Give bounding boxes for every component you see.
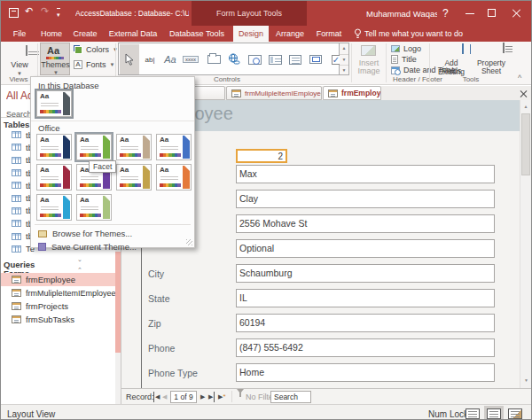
theme-thumbnail-facet-hovered[interactable]: Aa bbox=[76, 134, 112, 160]
web-browser-control[interactable] bbox=[245, 44, 264, 74]
fonts-button[interactable]: A Fonts ▼ bbox=[74, 60, 114, 69]
navigation-control[interactable] bbox=[265, 44, 285, 74]
doc-tab-frmMulipleItemIEmployee[interactable]: frmMulipleItemIEmployee bbox=[226, 86, 322, 100]
themes-button[interactable]: Aa Themes ▼ bbox=[40, 43, 70, 75]
address2-field[interactable]: Optional bbox=[236, 239, 495, 258]
tab-design[interactable]: Design bbox=[233, 26, 269, 42]
undo-icon[interactable]: ↶ bbox=[25, 6, 33, 16]
last-name-field[interactable]: Clay bbox=[236, 190, 495, 208]
tab-home[interactable]: Home bbox=[36, 26, 66, 42]
scrollbar-thumb[interactable] bbox=[521, 113, 530, 175]
logo-label: Logo bbox=[403, 44, 421, 53]
tab-create[interactable]: Create bbox=[68, 26, 102, 42]
textbox-control[interactable]: ab| bbox=[140, 44, 160, 74]
view-label: View bbox=[4, 60, 35, 69]
state-field[interactable]: IL bbox=[236, 289, 495, 307]
logo-button[interactable]: Logo bbox=[391, 44, 421, 53]
tab-control[interactable] bbox=[204, 44, 223, 74]
gallery-scroll-up-icon[interactable]: ▲ bbox=[340, 43, 348, 54]
nav-group-queries[interactable]: Queries ⌄ bbox=[1, 255, 115, 264]
label-control[interactable]: Aa bbox=[160, 44, 180, 74]
id-field-selected[interactable]: 2 bbox=[236, 149, 287, 163]
chevron-down-icon: ▼ bbox=[53, 70, 59, 75]
colors-button[interactable]: Colors ▼ bbox=[74, 45, 118, 54]
layout-view-button[interactable] bbox=[484, 406, 504, 420]
browse-for-themes-item[interactable]: Browse for Themes... bbox=[31, 227, 194, 240]
section-in-this-database: In this Database bbox=[38, 81, 99, 90]
phone-field[interactable]: (847) 555-6492 bbox=[236, 338, 495, 357]
theme-thumbnail[interactable]: Aa bbox=[76, 194, 112, 221]
theme-thumbnail[interactable]: Aa bbox=[116, 134, 152, 160]
form-item[interactable]: frmSubTasks bbox=[1, 313, 115, 326]
theme-thumbnail[interactable]: Aa bbox=[36, 194, 72, 221]
form-item[interactable]: frmMulipleItemIEmployee bbox=[1, 286, 115, 299]
address-field[interactable]: 2556 Mohave St bbox=[236, 214, 495, 233]
qat-customize-icon[interactable]: ▾ bbox=[57, 8, 60, 19]
scroll-up-icon[interactable]: ▲ bbox=[520, 100, 531, 109]
theme-thumbnail[interactable]: Aa bbox=[156, 164, 192, 191]
save-current-theme-item[interactable]: Save Current Theme... bbox=[31, 240, 194, 253]
first-name-field[interactable]: Max bbox=[236, 165, 495, 183]
next-record-button[interactable]: ▶ bbox=[200, 392, 205, 402]
city-field[interactable]: Schaumburg bbox=[236, 264, 495, 283]
form-view-button[interactable] bbox=[463, 406, 482, 420]
layout-view-icon bbox=[487, 408, 501, 419]
account-name[interactable]: Muhammad Waqas bbox=[366, 9, 437, 19]
document-scrollbar[interactable]: ▲ ▼ bbox=[520, 100, 531, 388]
theme-thumbnail[interactable]: Aa bbox=[116, 164, 152, 191]
minimize-button[interactable] bbox=[466, 13, 474, 14]
chevron-down-icon[interactable]: ⌄ bbox=[77, 256, 82, 263]
hyperlink-control[interactable] bbox=[224, 44, 244, 74]
status-view-label: Layout View bbox=[7, 409, 55, 419]
collapse-ribbon-icon[interactable]: ^ bbox=[518, 74, 521, 82]
close-document-icon[interactable] bbox=[520, 89, 528, 97]
zip-field[interactable]: 60194 bbox=[236, 314, 495, 332]
redo-icon: ↷ bbox=[41, 6, 49, 16]
tell-me-box[interactable]: Tell me what you want to do bbox=[364, 26, 480, 42]
new-record-button[interactable]: ▶* bbox=[218, 392, 226, 402]
record-search-box[interactable]: Search bbox=[270, 391, 311, 403]
resize-grip-icon[interactable] bbox=[186, 239, 192, 245]
maximize-button[interactable] bbox=[488, 9, 496, 17]
tab-database-tools[interactable]: Database Tools bbox=[164, 26, 230, 42]
nav-group-forms[interactable]: Forms ⌃ bbox=[1, 264, 115, 273]
save-theme-icon bbox=[38, 243, 46, 251]
select-control[interactable] bbox=[120, 44, 139, 74]
form-icon bbox=[328, 89, 338, 97]
controls-gallery: ab| Aa xxxx ✓ bbox=[118, 43, 340, 75]
tab-external-data[interactable]: External Data bbox=[104, 26, 162, 42]
design-view-icon bbox=[508, 408, 522, 419]
theme-thumbnail[interactable]: Aa bbox=[36, 164, 72, 191]
scroll-down-icon[interactable]: ▼ bbox=[520, 377, 532, 383]
form-icon bbox=[231, 89, 241, 97]
record-position-box[interactable]: 1 of 9 bbox=[170, 391, 197, 403]
last-record-button[interactable]: ▶ bbox=[208, 392, 215, 402]
theme-thumbnail-current[interactable]: Aa bbox=[36, 90, 72, 117]
gallery-scroll-down-icon[interactable]: ▼ bbox=[340, 54, 348, 65]
table-icon bbox=[12, 245, 21, 253]
help-button[interactable]: ? bbox=[442, 7, 449, 19]
phone-type-field[interactable]: Home bbox=[236, 363, 495, 382]
theme-accent-band bbox=[63, 92, 70, 115]
add-existing-fields-button[interactable]: Add Existing Fields bbox=[432, 43, 471, 75]
button-control[interactable]: xxxx bbox=[181, 44, 200, 74]
property-sheet-button[interactable]: Property Sheet bbox=[473, 43, 510, 75]
tab-file[interactable]: File bbox=[6, 26, 33, 42]
form-item-selected[interactable]: frmEmployee bbox=[1, 273, 115, 286]
section-office: Office bbox=[38, 123, 60, 133]
form-item[interactable]: frmProjects bbox=[1, 299, 115, 313]
list-box-control[interactable] bbox=[286, 44, 305, 74]
tab-arrange[interactable]: Arrange bbox=[270, 26, 309, 42]
tab-format[interactable]: Format bbox=[311, 26, 347, 42]
design-view-button[interactable] bbox=[505, 406, 525, 420]
subform-control[interactable] bbox=[306, 44, 325, 74]
save-icon[interactable] bbox=[9, 8, 19, 18]
doc-tab-frmEmployee[interactable]: frmEmployee bbox=[323, 86, 381, 100]
view-button[interactable]: View ▼ bbox=[4, 43, 35, 75]
theme-thumbnail-office[interactable]: Aa bbox=[36, 134, 72, 160]
title-button[interactable]: Title bbox=[391, 55, 417, 64]
first-record-button[interactable]: ◀ bbox=[153, 392, 160, 402]
theme-thumbnail[interactable]: Aa bbox=[156, 134, 192, 160]
gallery-more-icon[interactable]: ▼ bbox=[340, 65, 348, 74]
new-record-star-icon: * bbox=[223, 393, 225, 401]
